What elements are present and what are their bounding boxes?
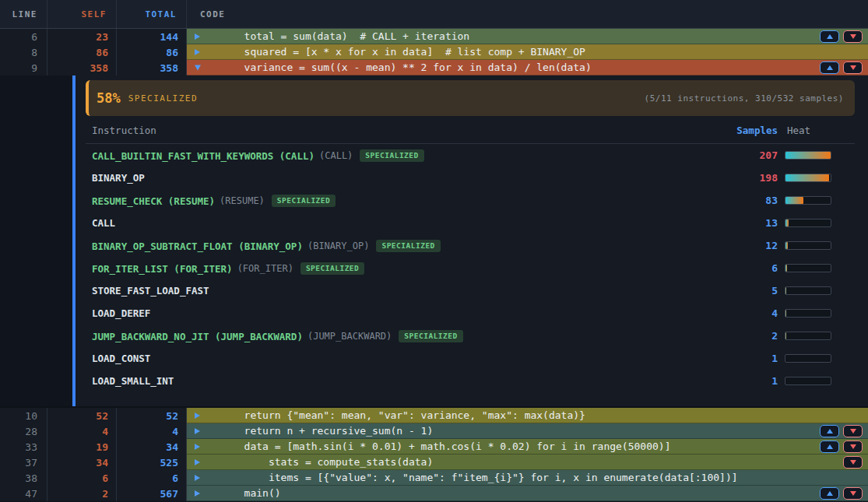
- code-row-line-38: 38 6 6 items = [{"value": x, "name": f"i…: [0, 470, 868, 486]
- expand-marker-icon[interactable]: [195, 444, 200, 450]
- column-header-self: SELF: [47, 0, 117, 28]
- instruction-opcode: FOR_ITER_LIST (FOR_ITER): [92, 262, 233, 274]
- instruction-opcode: BINARY_OP: [92, 172, 145, 184]
- instruction-name: RESUME_CHECK (RESUME)(RESUME)SPECIALIZED: [92, 195, 704, 207]
- code-text: stats = compute_stats(data): [187, 455, 433, 470]
- expand-marker-icon[interactable]: [195, 49, 200, 55]
- heat-bar: [785, 332, 831, 340]
- code-cell[interactable]: return n + recursive_sum(n - 1): [187, 423, 868, 439]
- heat-bar: [785, 174, 831, 182]
- line-number: 9: [0, 60, 47, 75]
- instruction-row: RESUME_CHECK (RESUME)(RESUME)SPECIALIZED…: [86, 189, 855, 212]
- instruction-opcode: LOAD_CONST: [92, 353, 150, 364]
- specialized-badge: SPECIALIZED: [376, 240, 440, 252]
- instruction-base-opcode: (FOR_ITER): [237, 263, 293, 274]
- line-number: 8: [0, 44, 47, 60]
- instruction-base-opcode: (JUMP_BACKWARD): [307, 331, 392, 342]
- code-row-line-9: 9 358 358 variance = sum((x - mean) ** 2…: [0, 60, 868, 75]
- code-cell[interactable]: stats = compute_stats(data): [187, 455, 868, 470]
- heat-bar-fill: [785, 265, 787, 272]
- code-cell[interactable]: items = [{"value": x, "name": f"item_{i}…: [187, 470, 868, 486]
- instruction-samples: 4: [704, 307, 778, 319]
- jump-up-button[interactable]: [820, 441, 839, 453]
- heat-cell: [778, 332, 855, 340]
- code-cell[interactable]: return {"mean": mean, "var": variance, "…: [187, 408, 868, 423]
- row-buttons: [820, 61, 863, 74]
- specialized-percent-label: SPECIALIZED: [128, 93, 198, 104]
- table-header-row: LINE SELF TOTAL CODE: [0, 0, 868, 29]
- self-samples: 23: [47, 29, 117, 44]
- specialization-summary: (5/11 instructions, 310/532 samples): [645, 93, 844, 104]
- jump-down-button[interactable]: [843, 30, 863, 43]
- column-header-instruction: Instruction: [92, 125, 704, 136]
- jump-up-button[interactable]: [820, 61, 839, 74]
- jump-up-button[interactable]: [820, 487, 839, 500]
- code-text: return n + recursive_sum(n - 1): [187, 423, 433, 439]
- jump-down-button[interactable]: [843, 456, 863, 469]
- line-number: 38: [0, 470, 47, 486]
- code-cell[interactable]: total = sum(data) # CALL + iteration: [187, 29, 868, 44]
- specialized-badge: SPECIALIZED: [399, 330, 462, 342]
- instruction-row: BINARY_OP_SUBTRACT_FLOAT (BINARY_OP)(BIN…: [86, 234, 855, 257]
- jump-down-button[interactable]: [843, 487, 863, 500]
- self-samples: 6: [47, 470, 117, 486]
- instruction-opcode: BINARY_OP_SUBTRACT_FLOAT (BINARY_OP): [92, 240, 303, 251]
- jump-down-button[interactable]: [843, 61, 863, 74]
- heat-bar: [785, 377, 831, 385]
- heat-bar-fill: [785, 287, 786, 294]
- column-header-samples: Samples: [704, 125, 778, 136]
- jump-down-button[interactable]: [843, 425, 863, 437]
- instruction-table-header: Instruction Samples Heat: [86, 118, 855, 144]
- total-samples: 144: [117, 29, 187, 44]
- heat-cell: [778, 196, 855, 205]
- expand-marker-icon[interactable]: [195, 475, 200, 481]
- instruction-table-body: CALL_BUILTIN_FAST_WITH_KEYWORDS (CALL)(C…: [86, 144, 855, 392]
- expand-marker-icon[interactable]: [195, 428, 200, 434]
- instruction-samples: 5: [704, 285, 778, 297]
- jump-up-button[interactable]: [820, 30, 839, 43]
- row-buttons: [820, 441, 863, 453]
- instruction-name: FOR_ITER_LIST (FOR_ITER)(FOR_ITER)SPECIA…: [92, 262, 704, 275]
- code-table-top: 6 23 144 total = sum(data) # CALL + iter…: [0, 29, 868, 75]
- panel-content: 58% SPECIALIZED (5/11 instructions, 310/…: [76, 75, 868, 406]
- instruction-row: LOAD_SMALL_INT 1: [86, 370, 855, 392]
- jump-up-button[interactable]: [820, 425, 839, 437]
- code-text: main(): [187, 486, 281, 501]
- heat-bar-fill: [785, 174, 829, 181]
- instruction-name: BINARY_OP_SUBTRACT_FLOAT (BINARY_OP)(BIN…: [92, 240, 704, 252]
- instruction-samples: 2: [704, 330, 778, 342]
- instruction-samples: 1: [704, 353, 778, 364]
- expand-marker-icon[interactable]: [195, 459, 200, 465]
- instruction-name: STORE_FAST_LOAD_FAST: [92, 285, 704, 297]
- code-cell[interactable]: variance = sum((x - mean) ** 2 for x in …: [187, 60, 868, 75]
- heat-cell: [778, 264, 855, 272]
- instruction-opcode: LOAD_DEREF: [92, 307, 150, 319]
- instruction-row: CALL 13: [86, 212, 855, 234]
- code-row-line-33: 33 19 34 data = [math.sin(i * 0.01) + ma…: [0, 439, 868, 455]
- jump-down-button[interactable]: [843, 441, 863, 453]
- heat-bar-fill: [785, 242, 788, 249]
- instruction-opcode: CALL_BUILTIN_FAST_WITH_KEYWORDS (CALL): [92, 149, 315, 161]
- heat-cell: [778, 286, 855, 295]
- heat-bar-fill: [785, 152, 831, 159]
- heat-bar: [785, 309, 831, 318]
- heat-bar: [785, 354, 831, 363]
- expand-marker-icon[interactable]: [195, 490, 200, 497]
- code-cell[interactable]: main(): [187, 486, 868, 501]
- code-text: items = [{"value": x, "name": f"item_{i}…: [187, 470, 738, 486]
- expand-marker-icon[interactable]: [195, 33, 200, 40]
- expand-marker-icon[interactable]: [195, 412, 200, 419]
- expand-marker-icon[interactable]: [195, 65, 201, 71]
- instruction-opcode: RESUME_CHECK (RESUME): [92, 195, 215, 206]
- self-samples: 358: [47, 60, 117, 75]
- instruction-opcode: CALL: [92, 217, 115, 229]
- instruction-name: BINARY_OP: [92, 172, 704, 184]
- column-header-heat: Heat: [778, 125, 855, 136]
- code-cell[interactable]: data = [math.sin(i * 0.01) + math.cos(i …: [187, 439, 868, 455]
- code-cell[interactable]: squared = [x * x for x in data] # list c…: [187, 44, 868, 60]
- instruction-row: CALL_BUILTIN_FAST_WITH_KEYWORDS (CALL)(C…: [86, 144, 855, 167]
- instruction-samples: 13: [704, 217, 778, 229]
- specialized-badge: SPECIALIZED: [272, 195, 336, 207]
- instruction-name: LOAD_DEREF: [92, 307, 704, 319]
- instruction-base-opcode: (BINARY_OP): [307, 240, 369, 251]
